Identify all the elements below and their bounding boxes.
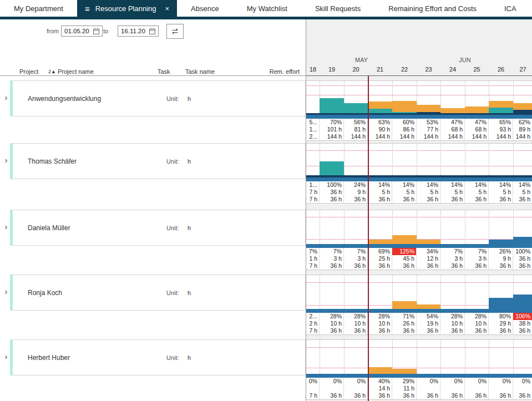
timeline-header-divider: [306, 75, 532, 76]
tab-resource-planning[interactable]: ≡Resource Planning×: [77, 0, 177, 17]
grid-cell: 19 h: [417, 320, 440, 327]
utilization-bar: [392, 235, 417, 244]
column-header-task[interactable]: Task: [158, 68, 170, 75]
month-label: MAY: [306, 57, 417, 64]
grid-cell: 29 h: [489, 320, 513, 327]
expand-chevron-icon[interactable]: ›: [3, 156, 9, 164]
grid-cell: 0%: [513, 378, 532, 385]
grid-cell: 89 h: [513, 126, 532, 133]
grid-cell: [513, 385, 532, 392]
grid-cell: 68 h: [440, 126, 465, 133]
grid-cell: 36 h: [368, 262, 392, 270]
utilization-bar: [392, 301, 417, 309]
calendar-icon[interactable]: [93, 28, 99, 34]
resource-row-anwendungsentwicklung[interactable]: AnwendungsentwicklungUnit:h: [10, 80, 306, 116]
grid-cell: 28%: [465, 313, 489, 320]
column-header-rem-effort[interactable]: Rem. effort: [270, 68, 300, 75]
utilization-bar: [513, 295, 532, 309]
bar-segment: [392, 101, 417, 112]
expand-chevron-icon[interactable]: ›: [3, 223, 9, 231]
grid-cell: 36 h: [392, 392, 417, 399]
grid-cell: 3 h: [320, 255, 344, 262]
grid-cell: 36 h: [320, 327, 344, 334]
from-date-input[interactable]: 01.05.20: [61, 26, 103, 37]
grid-cell: 0%: [489, 378, 513, 385]
grid-cell: 26%: [489, 248, 513, 255]
bar-segment: [392, 369, 417, 374]
grid-cell: 14%: [489, 181, 513, 189]
tab-skill-requests[interactable]: Skill Requests: [301, 0, 374, 17]
resource-name: Daniela Müller: [28, 224, 70, 232]
tab-remaining-effort-and-costs[interactable]: Remaining Effort and Costs: [374, 0, 490, 17]
grid-cell: 28%: [368, 313, 392, 320]
grid-cell: 36 h: [489, 392, 513, 399]
grid-cell: 36 h: [513, 196, 532, 203]
grid-cell: 11 h: [392, 385, 417, 392]
grid-cell: 36 h: [417, 262, 440, 270]
utilization-bar: [513, 237, 532, 244]
bar-segment: [368, 367, 392, 374]
grid-cell: 144 h: [368, 133, 392, 140]
grid-cell: 28%: [320, 313, 344, 320]
resource-row-herbert-huber[interactable]: Herbert HuberUnit:h: [10, 339, 306, 375]
menu-icon[interactable]: ≡: [85, 4, 90, 13]
grid-cell: 10 h: [465, 320, 489, 327]
tab-my-watchlist[interactable]: My Watchlist: [233, 0, 301, 17]
grid-cell: 38 h: [513, 320, 532, 327]
grid-cell: 100%: [513, 248, 532, 255]
grid-cell: [417, 385, 440, 392]
tab-absence[interactable]: Absence: [177, 0, 233, 17]
utilization-bar: [417, 304, 440, 309]
month-label: JUN: [417, 57, 513, 64]
column-gridline: [489, 144, 489, 177]
close-tab-icon[interactable]: ×: [165, 4, 170, 13]
resource-name: Thomas Schäfer: [28, 158, 77, 165]
grid-cell: 5 h: [368, 189, 392, 196]
grid-cell: 5 h: [489, 189, 513, 196]
grid-cell: 101 h: [320, 126, 344, 133]
calendar-icon[interactable]: [149, 28, 155, 34]
grid-cell: 144 h: [465, 133, 489, 140]
utilization-bar: [368, 367, 392, 374]
grid-cell: 7 h: [306, 392, 320, 399]
grid-row-hours1: 7 h36 h9 h5 h5 h5 h5 h5 h5 h5 h: [306, 189, 532, 196]
resource-row-ronja-koch[interactable]: Ronja KochUnit:h: [10, 275, 306, 311]
unit-value: h: [188, 158, 191, 165]
grid-cell: 7 h: [306, 327, 320, 334]
expand-chevron-icon[interactable]: ›: [3, 94, 9, 101]
column-header-project[interactable]: Project: [19, 68, 38, 75]
resource-row-thomas-sch-fer[interactable]: Thomas SchäferUnit:h: [10, 143, 306, 179]
grid-cell: [306, 385, 320, 392]
utilization-chart: [306, 80, 532, 115]
grid-cell: 0%: [320, 378, 344, 385]
unit-value: h: [188, 354, 191, 361]
resource-row-daniela-m-ller[interactable]: Daniela MüllerUnit:h: [10, 210, 306, 246]
tab-my-department[interactable]: My Department: [0, 0, 77, 17]
grid-cell: 144 h: [440, 133, 465, 140]
resource-name: Ronja Koch: [28, 289, 62, 297]
grid-cell: 26 h: [392, 320, 417, 327]
column-gridline: [513, 340, 514, 374]
grid-row-hours1: 1...101 h81 h90 h86 h77 h68 h68 h93 h89 …: [306, 126, 532, 133]
grid-cell: 14%: [368, 181, 392, 189]
grid-cell: 2...: [306, 313, 320, 320]
app-root: My Department≡Resource Planning×AbsenceM…: [0, 0, 532, 401]
column-gridline: [344, 275, 344, 309]
to-date-input[interactable]: 16.11.20: [118, 26, 159, 37]
unit-value: h: [188, 290, 191, 296]
column-header-project-name[interactable]: Project name: [58, 68, 94, 75]
tab-ica[interactable]: ICA: [490, 0, 530, 17]
bar-segment: [417, 240, 440, 244]
grid-cell: 36 h: [440, 392, 465, 399]
grid-row-hours2: 7 h36 h36 h36 h36 h36 h36 h36 h36 h36 h: [306, 196, 532, 203]
grid-cell: 62%: [513, 119, 532, 126]
column-header-task-name[interactable]: Task name: [185, 68, 215, 75]
refresh-button[interactable]: [166, 24, 184, 39]
grid-cell: 25 h: [368, 255, 392, 262]
expand-chevron-icon[interactable]: ›: [3, 288, 9, 296]
grid-cell: 36 h: [489, 196, 513, 203]
grid-row-hours1: 1 h3 h3 h25 h45 h12 h3 h3 h9 h36 h: [306, 255, 532, 262]
grid-cell: [465, 385, 489, 392]
week-header-26: 26: [489, 66, 513, 74]
expand-chevron-icon[interactable]: ›: [3, 353, 9, 361]
